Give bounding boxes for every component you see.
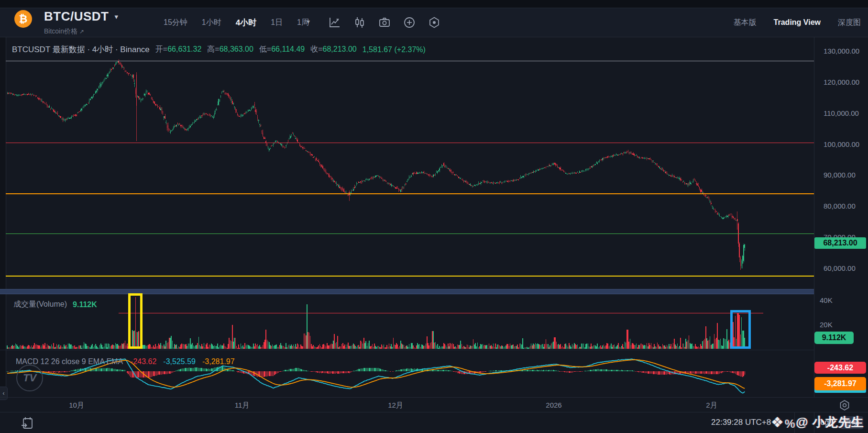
low-value: 66,114.49: [271, 45, 305, 53]
price-chart-canvas[interactable]: [0, 0, 868, 433]
macd-line-value: -3,525.59: [163, 357, 196, 366]
price-tick: 60,000.00: [824, 264, 856, 272]
trading-app-window: ₿ BTC/USDT ▾ Bitcoin价格 ↗ 15分钟1小时4小时1日1周 …: [0, 0, 868, 433]
author-watermark: ❖ % @ 小龙先生: [771, 413, 864, 431]
volume-legend: 成交量(Volume) 9.112K: [13, 300, 97, 310]
price-tick: 100,000.00: [824, 140, 859, 148]
current-volume-badge: 9.112K: [814, 332, 854, 344]
price-tick: 80,000.00: [824, 202, 856, 210]
time-label-12月: 12月: [388, 401, 403, 410]
price-tick: 110,000.00: [824, 109, 859, 117]
go-to-date-button[interactable]: [20, 416, 34, 430]
ohlc-legend: BTCUSDT 最新数据 · 4小时 · Binance 开=66,631.32…: [12, 44, 426, 55]
close-label: 收=: [310, 45, 322, 53]
price-hline-3[interactable]: [6, 233, 814, 234]
volume-threshold-line[interactable]: [119, 313, 763, 313]
current-price-badge: 68,213.00: [814, 237, 866, 249]
volume-label[interactable]: 成交量(Volume): [13, 300, 67, 310]
time-axis[interactable]: 10月11月12月20262月: [0, 397, 868, 412]
volume-value: 9.112K: [73, 300, 97, 309]
watermark-percent-icon: %: [785, 417, 795, 431]
time-label-11月: 11月: [235, 401, 250, 410]
pane-separator-2[interactable]: [0, 350, 814, 351]
chart-settings-gear-icon[interactable]: [838, 399, 851, 411]
watermark-logo-icon: ❖: [771, 414, 784, 431]
macd-hist-badge: -243.62: [814, 362, 866, 374]
volume-tick: 40K: [820, 296, 833, 304]
close-value: 68,213.00: [323, 45, 357, 53]
time-label-10月: 10月: [69, 401, 84, 410]
pane-separator[interactable]: [0, 289, 814, 294]
low-label: 低=: [259, 45, 271, 53]
legend-title[interactable]: BTCUSDT 最新数据 · 4小时 · Binance: [12, 44, 150, 55]
open-value: 66,631.32: [167, 45, 201, 53]
price-hline-2[interactable]: [6, 193, 814, 194]
change-value: 1,581.67 (+2.37%): [363, 45, 426, 54]
macd-signal-badge: -3,281.97: [814, 377, 866, 390]
macd-hist-value: -243.62: [131, 357, 156, 366]
blue-highlight-box[interactable]: [730, 310, 751, 349]
price-tick: 90,000.00: [824, 171, 856, 179]
open-label: 开=: [155, 45, 167, 53]
time-label-2月: 2月: [706, 401, 717, 410]
clock[interactable]: 22:39:28 UTC+8: [711, 418, 771, 427]
price-hline-1[interactable]: [6, 143, 814, 143]
yellow-highlight-box[interactable]: [128, 293, 143, 349]
time-label-2026: 2026: [546, 401, 561, 409]
bottom-bar: 22:39:28 UTC+8 log 自动 ❖ % @ 小龙先生: [0, 412, 868, 433]
tradingview-logo: TV: [16, 365, 43, 391]
price-tick: 130,000.00: [824, 47, 859, 55]
high-value: 68,363.00: [220, 45, 253, 53]
volume-tick: 20K: [820, 321, 833, 329]
price-hline-0[interactable]: [6, 61, 814, 61]
watermark-handle: @ 小龙先生: [796, 414, 864, 431]
price-tick: 120,000.00: [824, 78, 859, 86]
chart-region: ‹ BTCUSDT 最新数据 · 4小时 · Binance 开=66,631.…: [0, 37, 868, 397]
price-hline-4[interactable]: [6, 276, 814, 277]
macd-legend: MACD 12 26 close 9 EMA EMA -243.62 -3,52…: [16, 357, 235, 366]
high-label: 高=: [207, 45, 219, 53]
macd-signal-value: -3,281.97: [202, 357, 235, 366]
